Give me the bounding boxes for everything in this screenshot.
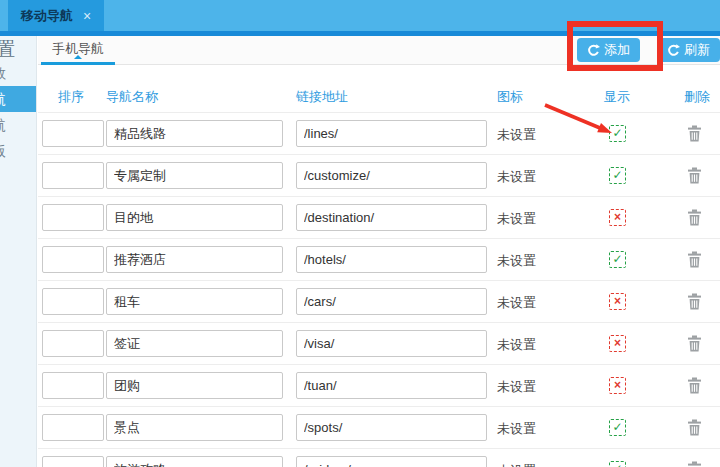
table-body: 未设置 ✓ 未设置 ✓ <box>38 112 720 467</box>
refresh-circle-icon <box>587 44 600 57</box>
window-tab-bar: 移动导航 × <box>0 0 720 31</box>
sort-input[interactable] <box>42 204 104 231</box>
col-url: 链接地址 <box>296 88 348 106</box>
delete-trash-icon[interactable] <box>687 209 702 230</box>
link-url-input[interactable] <box>296 120 487 147</box>
nav-name-input[interactable] <box>106 330 283 357</box>
visibility-toggle-icon[interactable]: ✓ <box>609 461 626 467</box>
table-row: 未设置 ✓ <box>38 154 720 196</box>
link-url-input[interactable] <box>296 456 487 467</box>
sort-input[interactable] <box>42 330 104 357</box>
delete-trash-icon[interactable] <box>687 293 702 314</box>
icon-status-text: 未设置 <box>497 252 536 270</box>
sort-input[interactable] <box>42 288 104 315</box>
add-button[interactable]: 添加 <box>577 38 640 62</box>
icon-status-text: 未设置 <box>497 126 536 144</box>
link-url-input[interactable] <box>296 288 487 315</box>
visibility-toggle-icon[interactable]: ✓ <box>609 251 626 268</box>
table-row: 未设置 × <box>38 322 720 364</box>
sort-input[interactable] <box>42 456 104 467</box>
nav-name-input[interactable] <box>106 162 283 189</box>
refresh-circle-icon <box>667 44 680 57</box>
panel-toolbar: 手机导航 添加 刷新 <box>38 36 720 65</box>
link-url-input[interactable] <box>296 372 487 399</box>
delete-trash-icon[interactable] <box>687 335 702 356</box>
link-url-input[interactable] <box>296 162 487 189</box>
sort-input[interactable] <box>42 414 104 441</box>
visibility-toggle-icon[interactable]: ✓ <box>609 419 626 436</box>
sort-input[interactable] <box>42 246 104 273</box>
tab-phone-navigation[interactable]: 手机导航 <box>41 36 115 65</box>
sort-input[interactable] <box>42 162 104 189</box>
nav-name-input[interactable] <box>106 456 283 467</box>
tab-title: 移动导航 <box>21 7 73 25</box>
tab-mobile-navigation[interactable]: 移动导航 × <box>8 0 104 31</box>
sidebar-item-4[interactable]: 版 <box>0 138 36 164</box>
visibility-toggle-icon[interactable]: × <box>609 377 626 394</box>
visibility-toggle-icon[interactable]: ✓ <box>609 167 626 184</box>
delete-trash-icon[interactable] <box>687 377 702 398</box>
delete-trash-icon[interactable] <box>687 125 702 146</box>
link-url-input[interactable] <box>296 414 487 441</box>
nav-name-input[interactable] <box>106 246 283 273</box>
icon-status-text: 未设置 <box>497 210 536 228</box>
link-url-input[interactable] <box>296 330 487 357</box>
sidebar-item-3[interactable]: 航 <box>0 112 36 138</box>
close-icon[interactable]: × <box>83 8 91 24</box>
nav-name-input[interactable] <box>106 120 283 147</box>
col-name: 导航名称 <box>106 88 158 106</box>
nav-name-input[interactable] <box>106 288 283 315</box>
col-show: 显示 <box>604 88 630 106</box>
table-row: 未设置 ✓ <box>38 238 720 280</box>
visibility-toggle-icon[interactable]: × <box>609 209 626 226</box>
icon-status-text: 未设置 <box>497 378 536 396</box>
sidebar-section-title: 置 <box>0 36 36 60</box>
table-row: 未设置 × <box>38 364 720 406</box>
delete-trash-icon[interactable] <box>687 251 702 272</box>
col-icon: 图标 <box>497 88 523 106</box>
link-url-input[interactable] <box>296 204 487 231</box>
nav-name-input[interactable] <box>106 414 283 441</box>
nav-name-input[interactable] <box>106 204 283 231</box>
visibility-toggle-icon[interactable]: ✓ <box>609 125 626 142</box>
icon-status-text: 未设置 <box>497 462 536 467</box>
sidebar: 置 效 航 航 版 <box>0 36 37 467</box>
delete-trash-icon[interactable] <box>687 419 702 440</box>
link-url-input[interactable] <box>296 246 487 273</box>
delete-trash-icon[interactable] <box>687 167 702 188</box>
sidebar-item-mobile-nav-active[interactable]: 航 <box>0 86 36 112</box>
table-row: 未设置 × <box>38 196 720 238</box>
refresh-button[interactable]: 刷新 <box>657 38 720 62</box>
sort-input[interactable] <box>42 372 104 399</box>
table-row: 未设置 × <box>38 280 720 322</box>
table-header: 排序 导航名称 链接地址 图标 显示 删除 <box>38 65 720 112</box>
visibility-toggle-icon[interactable]: × <box>609 335 626 352</box>
icon-status-text: 未设置 <box>497 294 536 312</box>
main-panel: 手机导航 添加 刷新 <box>38 36 720 467</box>
table-row: 未设置 ✓ <box>38 112 720 154</box>
icon-status-text: 未设置 <box>497 336 536 354</box>
delete-trash-icon[interactable] <box>687 461 702 467</box>
table-row: 未设置 ✓ <box>38 448 720 467</box>
sidebar-item-1[interactable]: 效 <box>0 60 36 86</box>
col-sort: 排序 <box>58 88 84 106</box>
nav-name-input[interactable] <box>106 372 283 399</box>
table-row: 未设置 ✓ <box>38 406 720 448</box>
icon-status-text: 未设置 <box>497 168 536 186</box>
icon-status-text: 未设置 <box>497 420 536 438</box>
col-delete: 删除 <box>684 88 710 106</box>
visibility-toggle-icon[interactable]: × <box>609 293 626 310</box>
sort-input[interactable] <box>42 120 104 147</box>
